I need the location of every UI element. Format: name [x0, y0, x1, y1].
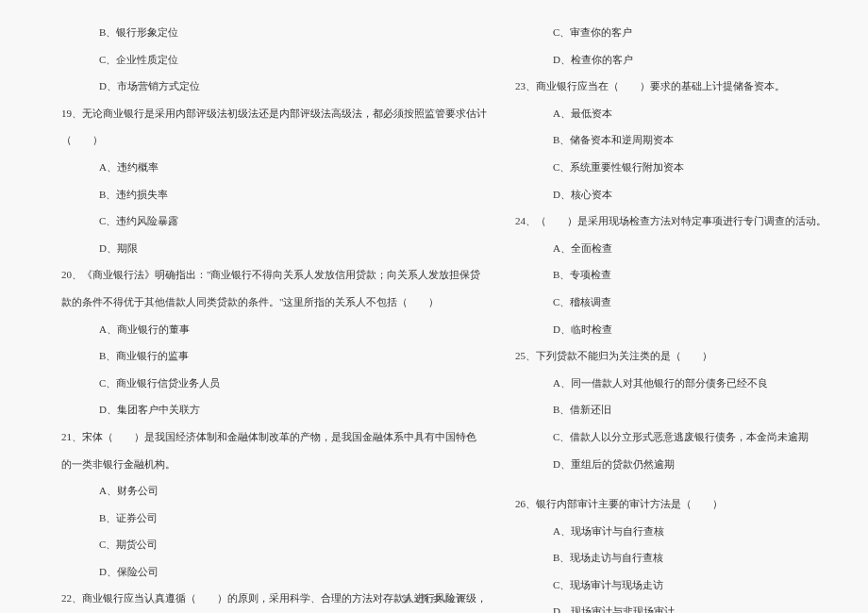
option: A、同一借款人对其他银行的部分债务已经不良: [515, 370, 826, 397]
option: B、储备资本和逆周期资本: [515, 126, 826, 154]
question-24: 24、（ ）是采用现场检查方法对特定事项进行专门调查的活动。: [515, 207, 826, 235]
question-21-cont: 的一类非银行金融机构。: [61, 451, 487, 478]
option: B、借新还旧: [515, 396, 826, 423]
option: B、违约损失率: [61, 181, 487, 208]
option: B、现场走访与自行查核: [515, 544, 826, 572]
option: A、违约概率: [61, 154, 487, 181]
option: B、专项检查: [515, 261, 826, 289]
option: C、商业银行信贷业务人员: [61, 370, 487, 397]
option: C、企业性质定位: [61, 46, 487, 74]
option: D、保险公司: [61, 558, 487, 586]
option: D、集团客户中关联方: [61, 396, 487, 423]
option: C、审查你的客户: [515, 19, 826, 46]
option: A、商业银行的董事: [61, 316, 487, 343]
page-footer: 第 3 页 共 18 页: [0, 592, 868, 605]
option: C、借款人以分立形式恶意逃废银行债务，本金尚未逾期: [515, 423, 826, 451]
option: D、核心资本: [515, 181, 826, 208]
option: C、违约风险暴露: [61, 207, 487, 235]
question-20-cont: 款的条件不得优于其他借款人同类贷款的条件。"这里所指的关系人不包括（ ）: [61, 289, 487, 316]
option: B、证券公司: [61, 505, 487, 532]
option: B、银行形象定位: [61, 19, 487, 46]
option: A、财务公司: [61, 477, 487, 505]
question-20: 20、《商业银行法》明确指出："商业银行不得向关系人发放信用贷款；向关系人发放担…: [61, 261, 487, 289]
question-25: 25、下列贷款不能归为关注类的是（ ）: [515, 342, 826, 370]
option: D、重组后的贷款仍然逾期: [515, 451, 826, 478]
option: D、检查你的客户: [515, 46, 826, 74]
left-column: B、银行形象定位 C、企业性质定位 D、市场营销方式定位 19、无论商业银行是采…: [47, 19, 501, 585]
spacer: [515, 477, 826, 490]
option: C、系统重要性银行附加资本: [515, 154, 826, 181]
question-21: 21、宋体（ ）是我国经济体制和金融体制改革的产物，是我国金融体系中具有中国特色: [61, 423, 487, 451]
option: D、临时检查: [515, 316, 826, 343]
option: D、期限: [61, 235, 487, 262]
option: A、现场审计与自行查核: [515, 518, 826, 545]
option: C、期货公司: [61, 531, 487, 558]
question-26: 26、银行内部审计主要的审计方法是（ ）: [515, 490, 826, 518]
question-19-cont: （ ）: [61, 126, 487, 154]
question-23: 23、商业银行应当在（ ）要求的基础上计提储备资本。: [515, 73, 826, 100]
right-column: C、审查你的客户 D、检查你的客户 23、商业银行应当在（ ）要求的基础上计提储…: [501, 19, 841, 585]
option: D、市场营销方式定位: [61, 73, 487, 100]
page-container: B、银行形象定位 C、企业性质定位 D、市场营销方式定位 19、无论商业银行是采…: [0, 0, 868, 613]
option: A、最低资本: [515, 100, 826, 127]
option: C、稽核调查: [515, 289, 826, 316]
question-19: 19、无论商业银行是采用内部评级法初级法还是内部评级法高级法，都必须按照监管要求…: [61, 100, 487, 127]
option: A、全面检查: [515, 235, 826, 262]
option: B、商业银行的监事: [61, 342, 487, 370]
